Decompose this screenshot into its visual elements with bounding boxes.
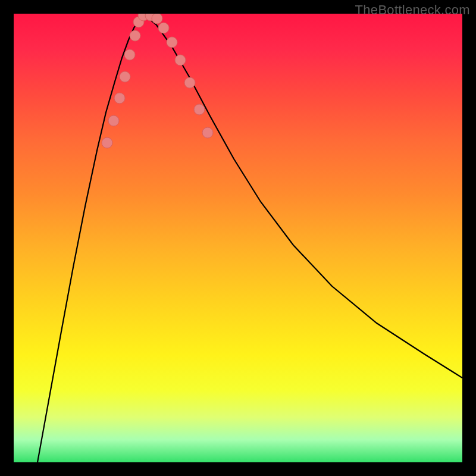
data-marker: [114, 93, 125, 104]
data-marker: [120, 71, 130, 82]
data-marker: [167, 37, 177, 48]
data-marker: [202, 127, 213, 138]
data-marker: [194, 104, 205, 115]
data-marker: [102, 137, 112, 148]
data-marker: [108, 115, 119, 126]
marker-group: [102, 14, 213, 148]
data-marker: [184, 77, 195, 88]
data-marker: [152, 14, 162, 24]
data-marker: [130, 30, 140, 41]
plot-svg: [14, 14, 462, 462]
plot-area: [14, 14, 462, 462]
data-marker: [158, 23, 169, 33]
watermark-text: TheBottleneck.com: [355, 2, 470, 18]
data-marker: [175, 55, 186, 65]
curve-group: [37, 15, 462, 462]
data-marker: [124, 49, 135, 60]
bottleneck-curve: [37, 15, 462, 462]
